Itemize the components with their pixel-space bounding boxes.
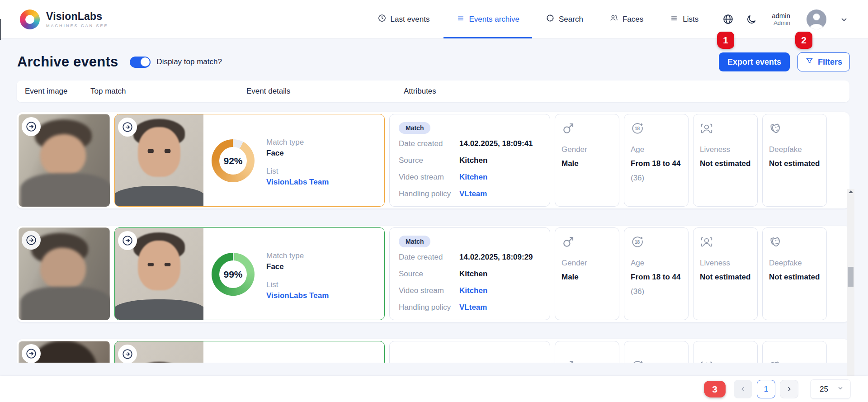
date-created-value: 14.02.2025, 18:09:29 <box>459 253 533 262</box>
nav-item-lists[interactable]: Lists <box>670 0 698 38</box>
male-icon <box>561 359 575 363</box>
liveness-attribute-card: Liveness Not estimated <box>693 227 758 320</box>
age-attribute-card: 18 Age From 18 to 44 (36) <box>624 227 689 320</box>
previous-page-button[interactable] <box>734 380 752 398</box>
nav-label: Events archive <box>469 15 520 24</box>
column-header-event-details: Event details <box>246 87 404 96</box>
column-header-event-image: Event image <box>17 87 90 96</box>
export-events-button[interactable]: Export events <box>719 52 790 71</box>
nav-item-search[interactable]: Search <box>546 0 583 38</box>
pagination-footer: 3 1 25 <box>0 376 868 402</box>
annotation-badge-2: 2 <box>795 32 812 49</box>
match-photo[interactable] <box>115 341 203 363</box>
filters-button[interactable]: Filters <box>797 52 850 71</box>
clock-icon <box>377 14 387 25</box>
age-attribute-card: 18 <box>624 341 689 363</box>
table-header-row: Event image Top match Event details Attr… <box>17 80 849 102</box>
age-18-icon: 18 <box>631 122 644 135</box>
list-link[interactable]: VisionLabs Team <box>266 291 329 300</box>
event-image[interactable] <box>19 341 110 363</box>
scrollbar-thumb[interactable] <box>848 267 854 287</box>
field-label: Video stream <box>399 286 459 295</box>
match-type-value: Face <box>266 262 329 271</box>
field-label: Handling policy <box>399 189 459 199</box>
match-score-donut: 92% <box>212 139 255 182</box>
dark-mode-moon-icon[interactable] <box>745 14 757 25</box>
nav-item-last-events[interactable]: Last events <box>377 0 430 38</box>
nav-label: Search <box>559 15 583 24</box>
nav-item-faces[interactable]: Faces <box>609 0 643 38</box>
list-label: List <box>266 167 329 176</box>
source-value: Kitchen <box>459 156 487 165</box>
match-type-label: Match type <box>266 251 329 260</box>
list-label: List <box>266 280 329 289</box>
gender-attribute-card: Gender Male <box>555 114 619 207</box>
age-exact: (36) <box>631 174 682 183</box>
video-stream-link[interactable]: Kitchen <box>459 286 487 295</box>
open-event-arrow-icon[interactable] <box>22 344 41 363</box>
people-icon <box>609 14 618 25</box>
open-match-arrow-icon[interactable] <box>118 345 137 363</box>
match-type-value: Face <box>266 149 329 158</box>
page-number-button[interactable]: 1 <box>757 380 775 398</box>
list-link[interactable]: VisionLabs Team <box>266 178 329 187</box>
nav-item-events-archive[interactable]: Events archive <box>456 0 520 38</box>
brand-name: VisionLabs <box>46 10 108 23</box>
deepfake-attribute-card: Deepfake Not estimated <box>762 227 827 320</box>
top-match-card[interactable] <box>114 341 385 363</box>
open-event-arrow-icon[interactable] <box>22 117 41 136</box>
match-photo[interactable] <box>115 228 203 320</box>
handling-policy-link[interactable]: VLteam <box>459 303 487 312</box>
match-score-donut: 99% <box>212 253 255 296</box>
page-size-select[interactable]: 25 <box>810 379 851 399</box>
date-created-value: 14.02.2025, 18:09:41 <box>459 139 533 148</box>
open-match-arrow-icon[interactable] <box>118 118 137 137</box>
match-type-label: Match type <box>266 138 329 147</box>
toggle-label: Display top match? <box>156 57 222 66</box>
nav-label: Lists <box>683 15 698 24</box>
field-label: Date created <box>399 253 459 262</box>
event-details-card: Match Date created14.02.2025, 18:09:29 S… <box>389 227 550 320</box>
archive-table: Event image Top match Event details Attr… <box>0 80 868 363</box>
handling-policy-link[interactable]: VLteam <box>459 189 487 199</box>
open-event-arrow-icon[interactable] <box>22 231 41 250</box>
vertical-scrollbar[interactable] <box>847 189 854 402</box>
avatar[interactable] <box>807 9 826 29</box>
gender-attribute-card: Gender Male <box>555 227 619 320</box>
next-page-button[interactable] <box>780 380 798 398</box>
funnel-icon <box>805 57 814 67</box>
chevron-down-icon[interactable] <box>838 14 850 25</box>
scroll-up-arrow[interactable] <box>847 188 854 195</box>
lines-icon <box>670 14 679 25</box>
page-title: Archive events <box>17 54 118 70</box>
age-18-icon: 18 <box>631 235 644 249</box>
gender-attribute-card <box>555 341 619 363</box>
user-name: admin <box>772 12 790 19</box>
open-match-arrow-icon[interactable] <box>118 231 137 250</box>
nav-label: Last events <box>391 15 430 24</box>
top-match-card[interactable]: 99% Match type Face List VisionLabs Team <box>114 227 385 320</box>
event-row: 99% Match type Face List VisionLabs Team… <box>17 226 849 322</box>
match-status-badge: Match <box>399 236 430 247</box>
display-top-match-toggle[interactable] <box>130 57 151 68</box>
list-icon <box>456 14 465 25</box>
event-image[interactable] <box>19 114 110 207</box>
event-image[interactable] <box>19 227 110 320</box>
top-match-card[interactable]: 92% Match type Face List VisionLabs Team <box>114 114 385 207</box>
window-edge-artifact <box>0 19 1 40</box>
deepfake-attribute-card <box>762 341 827 363</box>
match-percent: 92% <box>219 147 247 175</box>
deepfake-masks-icon <box>769 122 783 135</box>
brand-logo[interactable]: VisionLabs MACHINES CAN SEE <box>20 9 108 29</box>
language-globe-icon[interactable] <box>722 14 734 25</box>
nav-label: Faces <box>623 15 643 24</box>
chevron-down-icon <box>837 384 844 394</box>
visionlabs-logo-icon <box>20 9 40 29</box>
video-stream-link[interactable]: Kitchen <box>459 173 487 182</box>
age-exact: (36) <box>631 287 682 296</box>
liveness-attribute-card: Liveness Not estimated <box>693 114 758 207</box>
match-photo[interactable] <box>115 114 203 206</box>
liveness-face-icon <box>700 235 713 249</box>
header-actions: 1 2 Export events Filters <box>719 52 850 71</box>
field-label: Video stream <box>399 173 459 182</box>
